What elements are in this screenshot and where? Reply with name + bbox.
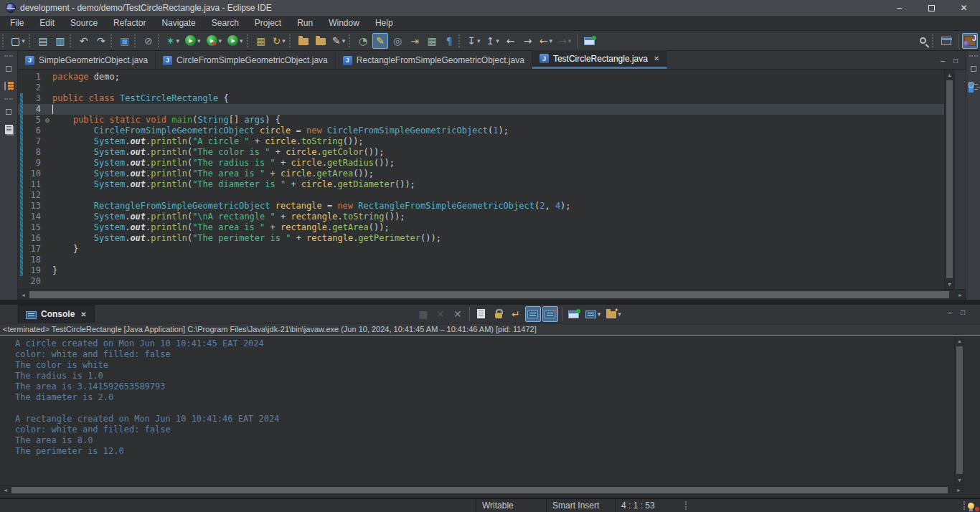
editor-console-sash[interactable] xyxy=(0,300,980,305)
pin-editor-button[interactable] xyxy=(581,33,597,49)
new-wizard-button[interactable]: ▢▾ xyxy=(9,33,27,49)
scroll-right-arrow[interactable]: ► xyxy=(953,485,964,495)
forward-button[interactable]: → xyxy=(520,33,536,49)
menu-navigate[interactable]: Navigate xyxy=(154,16,203,30)
scroll-lock-button[interactable] xyxy=(491,306,507,322)
previous-annotation-button[interactable]: ↥▾ xyxy=(484,33,501,49)
code-line-19[interactable]: 19} xyxy=(18,265,944,276)
save-all-button[interactable]: ▥ xyxy=(52,33,68,49)
code-line-16[interactable]: 16 System.out.println("The perimeter is … xyxy=(18,233,944,244)
toolbar-drag-handle[interactable] xyxy=(70,34,75,47)
minimized-view-button[interactable] xyxy=(2,123,15,136)
code-editor[interactable]: 1package demo;23public class TestCircleR… xyxy=(18,70,944,289)
scrollbar-thumb[interactable] xyxy=(956,346,963,474)
toolbar-drag-handle[interactable] xyxy=(2,34,7,47)
show-stdout-button[interactable] xyxy=(525,306,541,322)
toolbar-drag-handle[interactable] xyxy=(458,34,463,47)
code-line-2[interactable]: 2 xyxy=(18,82,944,93)
word-wrap-button[interactable]: ↵ xyxy=(508,306,524,322)
search-flashlight-button[interactable]: ✎▾ xyxy=(330,33,347,49)
tab-testcirclerectangle-java[interactable]: TestCircleRectangle.java✕ xyxy=(532,50,667,69)
minimize-console-button[interactable]: – xyxy=(944,307,956,318)
console-horizontal-scrollbar[interactable]: ◄ ► xyxy=(0,485,964,495)
menu-run[interactable]: Run xyxy=(289,16,321,30)
terminate-button[interactable]: ■ xyxy=(415,306,431,322)
coverage-button[interactable]: ▾ xyxy=(204,33,225,49)
dropdown-caret-icon[interactable]: ▾ xyxy=(219,37,222,44)
forward-history-button[interactable]: →▾ xyxy=(556,33,573,49)
show-selected-element-button[interactable]: ▦ xyxy=(424,33,440,49)
display-console-button[interactable]: ▾ xyxy=(583,306,603,322)
scroll-left-arrow[interactable]: ◄ xyxy=(0,485,11,495)
back-button[interactable]: ← xyxy=(503,33,519,49)
next-edit-button[interactable]: ⇥ xyxy=(407,33,423,49)
console-output[interactable]: A circle created on Mon Jun 10 10:41:45 … xyxy=(0,336,954,485)
toolbar-drag-handle[interactable] xyxy=(932,34,937,47)
package-explorer-button[interactable] xyxy=(2,80,15,93)
code-line-18[interactable]: 18 xyxy=(18,255,944,265)
close-button[interactable]: ✕ xyxy=(948,0,980,16)
editor-vertical-scrollbar[interactable]: ▲ ▼ xyxy=(944,70,954,289)
toolbar-drag-handle[interactable] xyxy=(110,34,116,47)
menu-file[interactable]: File xyxy=(0,16,32,30)
clear-console-button[interactable] xyxy=(473,306,489,322)
menu-window[interactable]: Window xyxy=(321,16,367,30)
close-console-tab-icon[interactable]: ✕ xyxy=(80,310,86,318)
code-line-5[interactable]: 5⊖ public static void main(String[] args… xyxy=(18,115,944,125)
menu-refactor[interactable]: Refactor xyxy=(105,16,154,30)
java-perspective-button[interactable] xyxy=(962,33,978,49)
restore-button[interactable] xyxy=(915,0,948,16)
menu-search[interactable]: Search xyxy=(204,16,247,30)
scroll-down-arrow[interactable]: ▼ xyxy=(945,279,954,289)
code-line-3[interactable]: 3public class TestCircleRectangle { xyxy=(18,93,944,104)
tab-circlefromsimplegeometricobject-java[interactable]: CircleFromSimpleGeometricObject.java xyxy=(156,52,336,69)
fold-collapse-icon[interactable]: ⊖ xyxy=(42,115,52,125)
tab-simplegeometricobject-java[interactable]: SimpleGeometricObject.java xyxy=(18,52,156,69)
dropdown-caret-icon[interactable]: ▾ xyxy=(240,37,243,44)
code-line-17[interactable]: 17 } xyxy=(18,244,944,255)
toolbar-drag-handle[interactable] xyxy=(29,34,34,47)
mark-occurrences-button[interactable]: ✎ xyxy=(372,33,388,49)
restore-view-button[interactable] xyxy=(967,62,980,75)
new-task-button[interactable]: ◔ xyxy=(355,33,371,49)
code-line-14[interactable]: 14 System.out.println("\nA rectangle " +… xyxy=(18,212,944,222)
remove-launch-button[interactable]: ✕ xyxy=(433,306,448,322)
toolbar-drag-handle[interactable] xyxy=(158,34,163,47)
scroll-down-arrow[interactable]: ▼ xyxy=(955,475,964,485)
strip-grip[interactable] xyxy=(969,55,978,57)
code-line-15[interactable]: 15 System.out.println("The area is " + r… xyxy=(18,222,944,233)
skip-breakpoints-button[interactable]: ⊘ xyxy=(141,33,156,49)
scrollbar-thumb[interactable] xyxy=(29,291,949,298)
toolbar-drag-handle[interactable] xyxy=(247,34,252,47)
pin-console-button[interactable] xyxy=(566,306,582,322)
tab-console[interactable]: Console ✕ xyxy=(18,305,95,323)
strip-grip[interactable] xyxy=(4,98,13,100)
code-line-8[interactable]: 8 System.out.println("The color is " + c… xyxy=(18,147,944,158)
run-button[interactable]: ▾ xyxy=(183,33,203,49)
scroll-up-arrow[interactable]: ▲ xyxy=(945,70,954,80)
console-vertical-scrollbar[interactable]: ▲ ▼ xyxy=(954,336,964,485)
code-line-7[interactable]: 7 System.out.println("A circle " + circl… xyxy=(18,136,944,147)
minimize-button[interactable]: – xyxy=(883,0,915,16)
restore-view-button[interactable] xyxy=(2,105,15,118)
scroll-up-arrow[interactable]: ▲ xyxy=(955,336,964,346)
dropdown-caret-icon[interactable]: ▾ xyxy=(197,37,201,44)
maximize-editor-button[interactable]: □ xyxy=(950,54,961,66)
dropdown-caret-icon[interactable]: ▾ xyxy=(342,37,346,44)
tab-rectanglefromsimplegeometricobject-java[interactable]: RectangleFromSimpleGeometricObject.java xyxy=(336,52,532,69)
menu-project[interactable]: Project xyxy=(247,16,289,30)
dropdown-caret-icon[interactable]: ▾ xyxy=(282,37,286,44)
dropdown-caret-icon[interactable]: ▾ xyxy=(549,37,552,44)
scrollbar-thumb[interactable] xyxy=(946,80,953,278)
menu-help[interactable]: Help xyxy=(367,16,401,30)
last-edit-location-button[interactable]: ←▾ xyxy=(537,33,555,49)
next-annotation-button[interactable]: ↧▾ xyxy=(465,33,482,49)
menu-edit[interactable]: Edit xyxy=(32,16,62,30)
dropdown-caret-icon[interactable]: ▾ xyxy=(477,37,481,44)
debug-button[interactable]: ✶▾ xyxy=(164,33,182,49)
code-line-4[interactable]: 4 xyxy=(18,104,944,115)
code-line-10[interactable]: 10 System.out.println("The area is " + c… xyxy=(18,169,944,179)
open-console-button[interactable]: ▾ xyxy=(604,306,623,322)
toolbar-drag-handle[interactable] xyxy=(289,34,294,47)
build-button[interactable]: ↻▾ xyxy=(270,33,288,49)
